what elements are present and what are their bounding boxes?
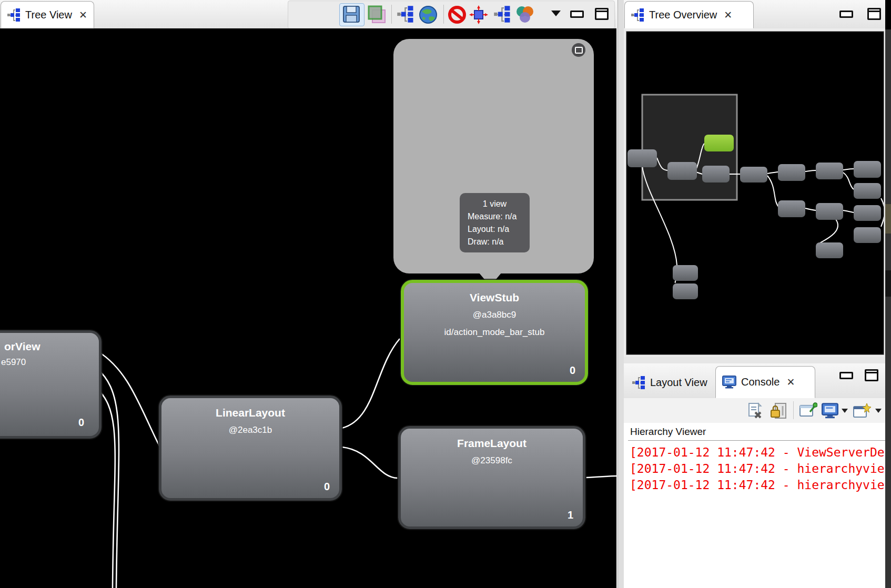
node-address: @23598fc <box>401 455 583 466</box>
node-child-count: 1 <box>568 509 573 521</box>
console-title: Hierarchy Viewer <box>630 426 706 438</box>
node-viewstub[interactable]: ViewStub @a3a8bc9 id/action_mode_bar_stu… <box>401 280 588 385</box>
screen-edge-strip <box>885 29 891 588</box>
node-linearlayout[interactable]: LinearLayout @2ea3c1b 0 <box>159 396 342 501</box>
tree-icon <box>632 376 645 390</box>
pin-console-icon[interactable] <box>799 402 817 419</box>
console-divider <box>628 440 885 441</box>
node-address: @a3a8bc9 <box>404 310 585 320</box>
tree-view-tabbar: Tree View ✕ <box>0 0 616 29</box>
console-panel: Hierarchy Viewer [2017-01-12 11:47:42 - … <box>624 398 885 588</box>
console-icon <box>722 376 736 389</box>
node-child-count: 0 <box>570 364 575 377</box>
tab-tree-view[interactable]: Tree View ✕ <box>1 1 94 28</box>
maximize-tree-view-icon[interactable] <box>595 8 609 20</box>
display-console-menu-icon[interactable] <box>842 409 848 413</box>
tree-icon <box>631 8 644 22</box>
console-toolbar-separator <box>793 401 794 419</box>
tab-layout-view[interactable]: Layout View <box>626 368 714 397</box>
preview-expand-button[interactable] <box>572 43 585 57</box>
tooltip-measure: Measure: n/a <box>460 210 530 223</box>
panel-splitter-horizontal[interactable] <box>624 357 885 363</box>
view-menu-icon[interactable] <box>551 11 561 16</box>
tab-console-close-icon[interactable]: ✕ <box>786 376 795 388</box>
console-tabbar: Layout View Console ✕ <box>624 363 885 399</box>
hierarchy-viewer-window: Tree View ✕ <box>0 0 891 588</box>
tab-console-label: Console <box>741 376 779 388</box>
edge-strip-block <box>885 270 891 297</box>
open-console-icon[interactable] <box>853 402 871 419</box>
preview-expand-icon <box>575 47 583 54</box>
console-log-line: [2017-01-12 11:47:42 - hierarchyvie <box>630 461 885 477</box>
edge-strip-block <box>885 204 891 234</box>
node-title: orView <box>4 340 40 353</box>
minimap-selected-node <box>704 135 734 151</box>
node-address: e5970 <box>1 357 26 368</box>
node-child-count: 0 <box>324 481 330 493</box>
load-hierarchy-icon[interactable] <box>396 5 415 23</box>
tooltip-view-count: 1 view <box>460 198 530 210</box>
clear-console-icon[interactable] <box>747 402 764 419</box>
dump-tree-icon[interactable] <box>493 5 512 23</box>
minimize-tree-overview-icon[interactable] <box>839 11 853 18</box>
minimize-console-icon[interactable] <box>839 372 853 379</box>
node-child-count: 0 <box>78 417 84 429</box>
node-framelayout[interactable]: FrameLayout @23598fc 1 <box>398 426 585 529</box>
tab-tree-view-label: Tree View <box>25 9 72 21</box>
open-console-menu-icon[interactable] <box>875 409 882 413</box>
console-log-line: [2017-01-12 11:47:42 - hierarchyvie <box>630 477 885 493</box>
request-layout-icon[interactable] <box>468 4 489 25</box>
console-log-line: [2017-01-12 11:47:42 - ViewServerDe <box>630 444 885 461</box>
tooltip-draw: Draw: n/a <box>460 236 530 248</box>
invalidate-icon[interactable] <box>448 5 467 24</box>
profile-icon[interactable] <box>515 5 535 25</box>
tab-layout-view-label: Layout View <box>650 377 707 389</box>
tree-overview-minimap[interactable] <box>626 31 884 355</box>
toolbar-separator <box>391 5 392 24</box>
scroll-lock-icon[interactable] <box>770 402 787 419</box>
tree-overview-panel <box>624 28 885 357</box>
tab-console[interactable]: Console ✕ <box>715 366 815 398</box>
save-icon[interactable] <box>342 5 360 23</box>
toolbar-separator <box>443 5 444 24</box>
tab-tree-view-close-icon[interactable]: ✕ <box>79 9 87 21</box>
capture-layers-icon[interactable] <box>368 5 387 24</box>
node-title: LinearLayout <box>161 407 339 419</box>
node-title: FrameLayout <box>401 437 583 450</box>
minimize-tree-view-icon[interactable] <box>570 11 584 18</box>
maximize-tree-overview-icon[interactable] <box>867 8 881 20</box>
node-title: ViewStub <box>404 291 585 304</box>
tree-overview-tabbar: Tree Overview ✕ <box>624 0 885 29</box>
maximize-console-icon[interactable] <box>865 369 878 381</box>
node-decorview[interactable]: orView e5970 0 <box>0 330 102 439</box>
node-stats-tooltip: 1 view Measure: n/a Layout: n/a Draw: n/… <box>460 193 530 252</box>
display-console-icon[interactable] <box>822 402 838 419</box>
tab-tree-overview-label: Tree Overview <box>649 9 717 21</box>
tree-icon <box>7 8 21 22</box>
tooltip-layout: Layout: n/a <box>460 223 530 236</box>
node-view-id: id/action_mode_bar_stub <box>404 327 585 338</box>
tab-tree-overview[interactable]: Tree Overview ✕ <box>624 1 754 28</box>
tab-tree-overview-close-icon[interactable]: ✕ <box>724 9 732 21</box>
node-address: @2ea3c1b <box>161 425 339 435</box>
globe-icon[interactable] <box>419 5 438 24</box>
tree-view-canvas[interactable]: 1 view Measure: n/a Layout: n/a Draw: n/… <box>0 28 616 588</box>
